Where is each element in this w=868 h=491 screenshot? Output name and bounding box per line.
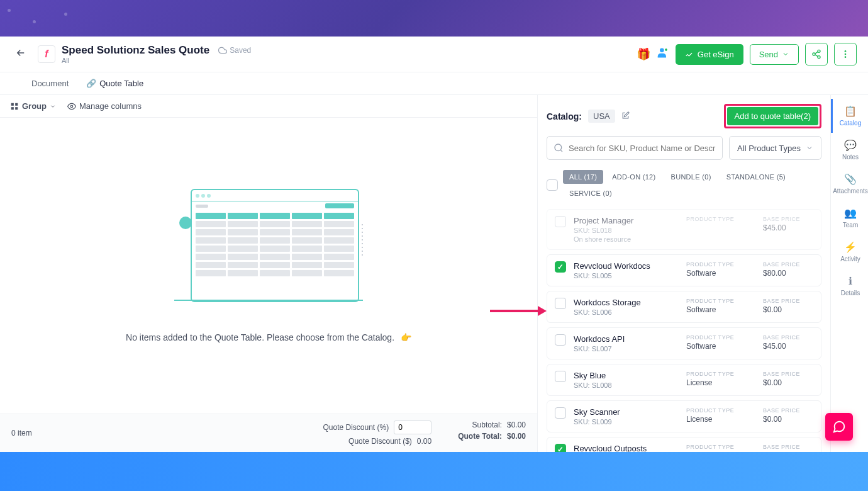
product-row[interactable]: Project Manager SKU: SL018 On shore reso… <box>547 209 821 250</box>
product-type-select[interactable]: All Product Types <box>729 136 821 160</box>
product-price: $45.00 <box>763 223 813 232</box>
svg-point-13 <box>555 144 562 151</box>
search-icon <box>554 143 564 153</box>
chat-icon <box>832 420 846 434</box>
discount-amt-label: Quote Discount ($) <box>348 437 412 446</box>
tabs: Document 🔗 Quote Table <box>0 72 868 95</box>
subtotal-value: $0.00 <box>507 420 526 429</box>
back-button[interactable] <box>11 43 30 65</box>
edit-catalog-icon[interactable] <box>621 111 630 121</box>
svg-rect-10 <box>11 107 14 110</box>
base-price-label: BASE PRICE <box>763 298 813 304</box>
product-sku: SKU: SL005 <box>574 272 679 279</box>
product-price: $80.00 <box>763 269 813 278</box>
product-checkbox[interactable] <box>555 261 566 273</box>
attachments-icon: 📎 <box>844 173 857 185</box>
search-box[interactable] <box>547 136 723 160</box>
product-type: License <box>686 378 755 387</box>
svg-point-3 <box>813 53 815 55</box>
svg-rect-11 <box>15 107 18 110</box>
rail-item-attachments[interactable]: 📎Attachments <box>831 167 868 201</box>
chevron-down-icon <box>806 144 813 152</box>
product-row[interactable]: Workdocs API SKU: SL007 PRODUCT TYPE Sof… <box>547 327 821 359</box>
product-checkbox[interactable] <box>555 407 566 419</box>
product-type-label: PRODUCT TYPE <box>686 334 755 341</box>
product-checkbox[interactable] <box>555 444 566 452</box>
rail-item-notes[interactable]: 💬Notes <box>831 133 868 167</box>
product-checkbox[interactable] <box>555 298 566 309</box>
page-subtitle: All <box>62 57 637 64</box>
share-button[interactable] <box>805 43 828 65</box>
filter-pill[interactable]: SERVICE (0) <box>563 186 618 200</box>
add-to-quote-button[interactable]: Add to quote table(2) <box>727 107 818 125</box>
product-sku: SKU: SL006 <box>574 308 679 316</box>
catalog-panel: Catalog: USA Add to quote table(2) <box>538 95 830 452</box>
empty-illustration <box>174 189 363 315</box>
document-type-icon: f <box>38 45 55 63</box>
product-price: $45.00 <box>763 342 813 351</box>
discount-pct-label: Quote Discount (%) <box>323 423 389 432</box>
empty-message: No items added to the Quote Table. Pleas… <box>126 332 411 342</box>
svg-point-5 <box>845 50 847 52</box>
product-row[interactable]: Workdocs Storage SKU: SL006 PRODUCT TYPE… <box>547 291 821 323</box>
eye-icon <box>67 102 76 111</box>
cloud-icon <box>218 46 227 55</box>
product-row[interactable]: Revvcloud Outposts SKU: SL001 PRODUCT TY… <box>547 437 821 452</box>
quote-table-pane: Group Manage columns <box>0 95 538 452</box>
more-button[interactable] <box>834 43 857 65</box>
product-name: Revvcloud Workdocs <box>574 261 679 271</box>
details-icon: ℹ <box>849 275 852 287</box>
tab-document[interactable]: Document <box>31 72 69 94</box>
page-title: Speed Solutionz Sales Quote <box>62 44 209 57</box>
product-type-label: PRODUCT TYPE <box>686 371 755 377</box>
gift-icon[interactable]: 🎁 <box>637 47 650 61</box>
chat-fab[interactable] <box>825 413 853 441</box>
manage-columns-button[interactable]: Manage columns <box>67 101 142 111</box>
tab-quote-table[interactable]: 🔗 Quote Table <box>86 72 143 94</box>
product-checkbox[interactable] <box>555 216 566 227</box>
filter-pill[interactable]: BUNDLE (0) <box>665 170 718 184</box>
activity-icon: ⚡ <box>844 241 857 253</box>
product-sku: SKU: SL008 <box>574 381 679 389</box>
svg-rect-9 <box>15 103 18 105</box>
rail-item-details[interactable]: ℹDetails <box>831 269 868 303</box>
group-dropdown[interactable]: Group <box>10 101 56 111</box>
product-name: Sky Scanner <box>574 407 679 417</box>
get-esign-button[interactable]: Get eSign <box>676 44 743 65</box>
annotation-arrow <box>490 310 540 312</box>
app-window: f Speed Solutionz Sales Quote Saved All … <box>0 37 868 452</box>
product-type: Software <box>686 342 755 351</box>
product-type-label: PRODUCT TYPE <box>686 298 755 304</box>
product-name: Workdocs API <box>574 334 679 344</box>
add-user-icon[interactable] <box>657 47 669 62</box>
product-price: $0.00 <box>763 305 813 314</box>
quote-footer: 0 item Quote Discount (%) Quote Discount… <box>0 414 537 452</box>
bottom-gradient-bar <box>0 452 868 491</box>
product-name: Project Manager <box>574 216 679 225</box>
product-type: Software <box>686 269 755 278</box>
saved-indicator: Saved <box>218 46 251 55</box>
svg-point-7 <box>845 56 847 58</box>
product-row[interactable]: Revvcloud Workdocs SKU: SL005 PRODUCT TY… <box>547 254 821 286</box>
rail-item-team[interactable]: 👥Team <box>831 201 868 235</box>
filter-pill[interactable]: STANDALONE (5) <box>720 170 792 184</box>
product-checkbox[interactable] <box>555 334 566 346</box>
send-button[interactable]: Send <box>750 44 799 65</box>
product-list: Project Manager SKU: SL018 On shore reso… <box>547 209 821 452</box>
product-row[interactable]: Sky Scanner SKU: SL009 PRODUCT TYPE Lice… <box>547 400 821 432</box>
filter-pill[interactable]: ALL (17) <box>563 170 603 184</box>
product-checkbox[interactable] <box>555 371 566 382</box>
product-row[interactable]: Sky Blue SKU: SL008 PRODUCT TYPE License… <box>547 364 821 396</box>
select-all-checkbox[interactable] <box>547 179 558 191</box>
rail-item-catalog[interactable]: 📋Catalog <box>831 99 868 133</box>
filter-pill[interactable]: ADD-ON (12) <box>606 170 662 184</box>
product-type-label: PRODUCT TYPE <box>686 444 755 450</box>
product-type-label: PRODUCT TYPE <box>686 261 755 268</box>
search-input[interactable] <box>569 144 716 153</box>
svg-point-4 <box>818 56 820 59</box>
catalog-region[interactable]: USA <box>588 110 615 123</box>
rail-item-activity[interactable]: ⚡Activity <box>831 235 868 269</box>
svg-point-12 <box>70 105 73 108</box>
add-to-quote-highlight: Add to quote table(2) <box>724 104 821 128</box>
discount-pct-input[interactable] <box>394 420 431 434</box>
